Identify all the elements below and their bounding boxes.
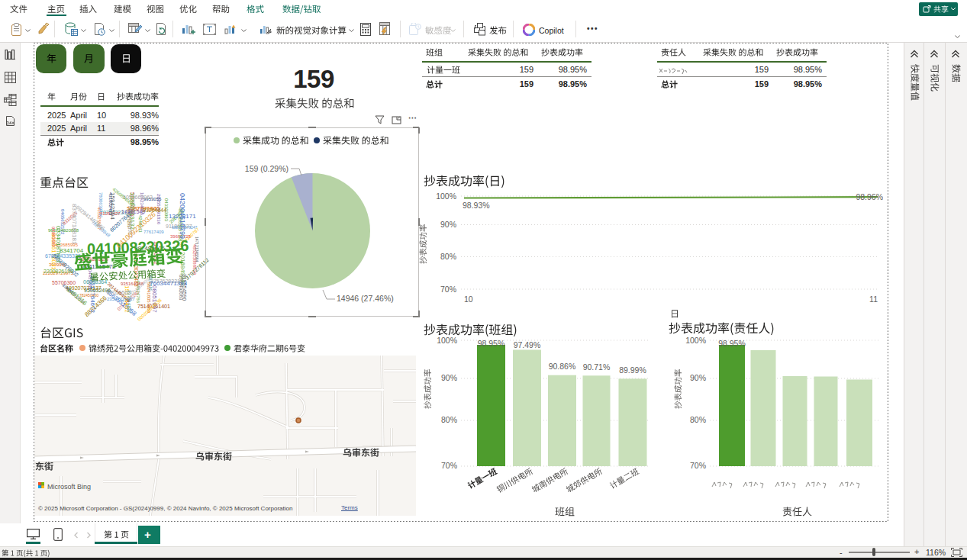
svg-text:90%: 90% — [440, 220, 456, 229]
svg-text:11: 11 — [869, 294, 878, 304]
svg-text:10: 10 — [464, 294, 473, 304]
svg-text:98.93%: 98.93% — [463, 201, 490, 210]
svg-text:80%: 80% — [440, 252, 456, 261]
svg-text:70%: 70% — [440, 285, 456, 294]
svg-text:100%: 100% — [436, 191, 456, 201]
svg-text:98.96%: 98.96% — [856, 192, 883, 201]
svg-text:Microsoft Bing: Microsoft Bing — [47, 483, 91, 491]
